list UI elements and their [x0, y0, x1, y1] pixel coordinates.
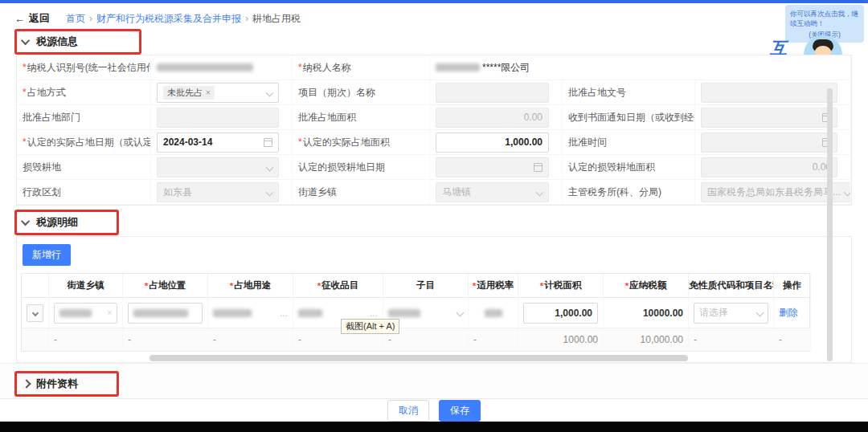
col-tax-rate: *适用税率: [469, 274, 518, 298]
section-title: 附件资料: [36, 377, 78, 391]
breadcrumb-separator: ›: [89, 13, 92, 24]
notice-date-label: 收到书面通知日期（或收到经批...: [563, 105, 695, 130]
approve-doc-label: 批准占地文号: [563, 80, 695, 105]
actual-area-label: *认定的实际占地面积: [293, 130, 430, 155]
back-button[interactable]: ← 返回: [14, 11, 50, 26]
approve-time-label: 批准时间: [563, 130, 695, 155]
delete-row-link[interactable]: 删除: [779, 306, 798, 320]
approve-doc-input: [701, 83, 837, 103]
chevron-down-icon: [21, 36, 30, 45]
chevron-down-icon: [536, 188, 544, 196]
damaged-land-select: [157, 157, 279, 177]
col-tax-area: *计税面积: [518, 274, 604, 298]
col-sub-item: 子目: [383, 274, 469, 298]
col-action: 操作: [774, 274, 811, 298]
occupy-mode-select[interactable]: 未批先占×: [157, 83, 279, 103]
taxpayer-name-value: *****限公司: [430, 55, 851, 80]
assistant-bubble-text: 你可以再次点击我，继续互动哟！: [790, 10, 858, 27]
redacted-text: [133, 309, 188, 317]
approve-area-cell: 0.00: [430, 105, 563, 130]
horizontal-scrollbar[interactable]: [21, 355, 788, 361]
table-header-row: 街道乡镇 *占地位置 *占地用途 *征收品目 子目 *适用税率 *计税面积 *应…: [22, 274, 809, 298]
section-tax-source-detail[interactable]: 税源明细: [14, 210, 119, 235]
admin-region-select: 如东县: [157, 182, 279, 202]
tax-area-input[interactable]: 1,000.00: [523, 303, 598, 324]
row-expand-button[interactable]: [27, 304, 43, 322]
damaged-date-label: 认定的损毁耕地日期: [293, 155, 430, 180]
taxpayer-name-label: *纳税人名称: [293, 55, 430, 80]
section-title: 税源信息: [36, 35, 78, 49]
chevron-down-icon: [266, 163, 274, 171]
breadcrumb-current: 耕地占用税: [252, 12, 301, 26]
detail-table: 街道乡镇 *占地位置 *占地用途 *征收品目 子目 *适用税率 *计税面积 *应…: [21, 273, 810, 352]
col-levy-item: *征收品目: [293, 274, 383, 298]
chevron-right-icon: [22, 379, 31, 388]
col-tax-amount: *应纳税额: [604, 274, 689, 298]
table-total-row: - - - - - - 1000.00 10,000.00 - -: [22, 328, 809, 351]
actual-date-label: *认定的实际占地日期（或认定的...: [17, 130, 151, 155]
actual-date-picker[interactable]: 2024-03-14: [157, 132, 279, 153]
redacted-text: [213, 309, 252, 317]
chevron-down-icon: [756, 309, 764, 317]
reduction-select[interactable]: 请选择: [694, 303, 768, 324]
breadcrumb-separator: ›: [245, 13, 248, 24]
admin-region-cell: 如东县: [151, 180, 293, 205]
col-town: 街道乡镇: [49, 274, 123, 298]
damaged-land-label: 损毁耕地: [17, 155, 151, 180]
col-usage: *占地用途: [208, 274, 293, 298]
section-attachments[interactable]: 附件资料: [14, 371, 119, 397]
tax-source-info-form: *纳税人识别号(统一社会信用代码) *纳税人名称 *****限公司 *占地方式 …: [16, 55, 852, 206]
admin-region-label: 行政区划: [17, 180, 151, 205]
back-arrow-icon: ←: [14, 13, 25, 25]
approve-dept-label: 批准占地部门: [17, 105, 151, 130]
breadcrumb: 首页 › 财产和行为税税源采集及合并申报 › 耕地占用税: [66, 12, 301, 26]
clear-icon[interactable]: ×: [107, 308, 112, 317]
tax-office-label: 主管税务所(科、分局): [563, 180, 695, 205]
save-button[interactable]: 保存: [439, 400, 481, 422]
taxpayer-id-label: *纳税人识别号(统一社会信用代码): [17, 55, 151, 80]
tag-remove-icon[interactable]: ×: [206, 88, 211, 97]
approve-area-input: 0.00: [436, 108, 549, 128]
table-row: × ... ... 1,000.00 10000.00 请选择 删除: [22, 298, 809, 328]
redacted-text: [59, 309, 92, 317]
breadcrumb-module[interactable]: 财产和行为税税源采集及合并申报: [96, 12, 241, 26]
calendar-icon: [534, 163, 542, 172]
damaged-date-picker: [436, 157, 549, 177]
bottom-black-bar: [0, 422, 868, 432]
cancel-button[interactable]: 取消: [387, 400, 429, 422]
chevron-down-icon: [844, 188, 851, 196]
page-header: ← 返回 首页 › 财产和行为税税源采集及合并申报 › 耕地占用税: [14, 11, 301, 26]
vertical-scrollbar-thumb[interactable]: [827, 88, 833, 361]
taxpayer-id-value: [151, 55, 293, 80]
col-reduction: 减免性质代码和项目名称: [689, 274, 774, 298]
project-name-label: 项目（期次）名称: [293, 80, 430, 105]
usage-cell[interactable]: ...: [208, 298, 293, 328]
redacted-text: [436, 63, 480, 71]
redacted-text: [157, 63, 253, 71]
location-input[interactable]: [128, 303, 203, 324]
add-row-button[interactable]: 新增行: [23, 244, 71, 266]
screenshot-tooltip: 截图(Alt + A): [341, 319, 399, 334]
town-select: 马塘镇: [436, 182, 549, 202]
damaged-land-cell: [151, 155, 293, 180]
actual-area-input[interactable]: 1,000.00: [436, 132, 549, 153]
approve-dept-input: [157, 108, 279, 128]
attachments-strip: [0, 363, 868, 399]
town-input[interactable]: ×: [54, 303, 117, 324]
top-blue-strip: [0, 0, 868, 3]
section-tax-source-info[interactable]: 税源信息: [14, 29, 141, 55]
damaged-area-label: 认定的损毁耕地面积: [563, 155, 695, 180]
chevron-down-icon: [21, 217, 30, 226]
section-title: 税源明细: [36, 215, 78, 230]
breadcrumb-home[interactable]: 首页: [66, 12, 85, 26]
project-name-cell: [430, 80, 563, 105]
footer-action-bar: 取消 保存: [0, 399, 868, 422]
col-expand: [22, 274, 49, 298]
damaged-area-input: 0.00: [701, 157, 837, 177]
approve-area-label: 批准占地面积: [293, 105, 430, 130]
project-name-input: [436, 83, 549, 103]
actual-date-cell: 2024-03-14: [151, 130, 293, 155]
redacted-text: [298, 309, 322, 317]
approve-dept-cell: [151, 105, 293, 130]
horizontal-scrollbar-thumb[interactable]: [149, 355, 688, 361]
